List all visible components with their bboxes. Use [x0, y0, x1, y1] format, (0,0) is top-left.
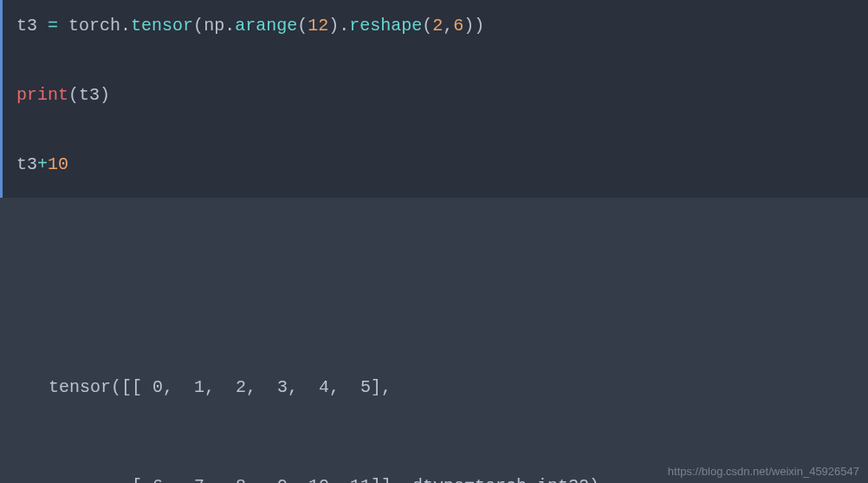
code-token: 6 — [453, 16, 463, 36]
code-line-1: t3 = torch.tensor(np.arange(12).reshape(… — [16, 9, 854, 43]
code-token: torch — [68, 16, 120, 36]
code-token — [37, 16, 48, 36]
code-token: np — [204, 16, 224, 36]
code-blank-line — [16, 113, 854, 147]
code-token: print — [16, 85, 68, 105]
code-token: . — [339, 16, 349, 36]
code-line-3: t3+10 — [16, 147, 854, 182]
code-token: reshape — [349, 16, 422, 36]
watermark: https://blog.csdn.net/weixin_45926547 — [668, 465, 859, 478]
code-blank-line — [16, 43, 854, 78]
code-cell[interactable]: t3 = torch.tensor(np.arange(12).reshape(… — [0, 0, 868, 198]
code-token: 12 — [308, 16, 328, 36]
output-line: tensor([[ 0, 1, 2, 3, 4, 5], — [49, 371, 854, 404]
code-token: t3 — [79, 85, 100, 105]
code-token: t3 — [16, 16, 37, 36]
output-cell: tensor([[ 0, 1, 2, 3, 4, 5], [ 6, 7, 8, … — [0, 198, 868, 483]
code-token: ( — [68, 85, 79, 105]
code-token: = — [48, 16, 58, 36]
code-token: + — [37, 154, 48, 174]
code-token: 2 — [432, 16, 443, 36]
code-line-2: print(t3) — [16, 78, 854, 113]
code-token: )) — [463, 16, 484, 36]
code-token: t3 — [16, 154, 37, 174]
output-block-1: tensor([[ 0, 1, 2, 3, 4, 5], [ 6, 7, 8, … — [49, 305, 854, 483]
code-token: arange — [235, 16, 297, 36]
code-token: tensor — [131, 16, 193, 36]
code-token: , — [443, 16, 453, 36]
code-token — [58, 16, 68, 36]
code-token: ) — [328, 16, 339, 36]
code-token: ( — [422, 16, 432, 36]
code-token: ( — [297, 16, 308, 36]
code-token: 10 — [48, 154, 68, 174]
code-token: . — [120, 16, 131, 36]
code-token: ( — [193, 16, 204, 36]
code-token: . — [224, 16, 235, 36]
code-token: ) — [100, 85, 110, 105]
